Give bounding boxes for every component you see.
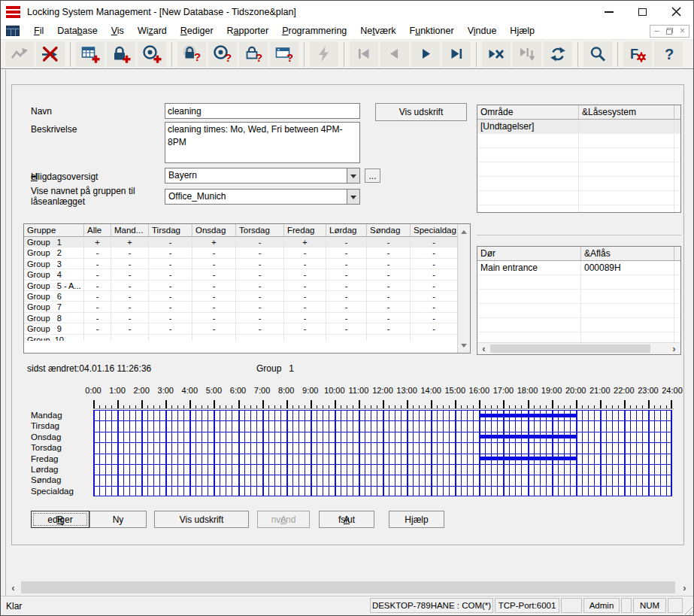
nav-apply-down-button[interactable] (513, 41, 541, 67)
table-row[interactable] (477, 304, 680, 318)
chevron-down-icon[interactable] (347, 190, 359, 204)
menu-item-rediger[interactable]: Rediger (174, 24, 220, 38)
menu-item-rapporter[interactable]: Rapporter (220, 24, 276, 38)
jump-arrow-button[interactable] (5, 41, 34, 67)
minimize-button[interactable] (592, 1, 626, 23)
group-table-scrollbar[interactable] (457, 224, 470, 353)
table-row[interactable]: Group 3--------- (24, 259, 470, 269)
new-timezone-plan-button[interactable] (76, 41, 105, 67)
column-header[interactable]: Alle (84, 224, 111, 236)
table-row[interactable]: [Undtagelser] (477, 120, 680, 134)
table-row[interactable] (477, 318, 680, 332)
chevron-down-icon[interactable] (347, 168, 359, 183)
hjlp-button[interactable]: Hjælp (389, 511, 444, 528)
column-header[interactable]: Gruppe (24, 224, 84, 236)
close-button[interactable] (659, 1, 693, 23)
table-row[interactable]: Group 10--------- (24, 335, 470, 341)
menu-item-fil[interactable]: Fil (27, 24, 50, 38)
column-header[interactable]: Specialdag (411, 224, 458, 236)
search-button[interactable] (583, 41, 612, 67)
horizontal-scrollbar[interactable]: ‹ › (7, 580, 691, 595)
table-row[interactable]: Group 2--------- (24, 247, 470, 258)
help-button[interactable]: ? (654, 41, 683, 67)
scroll-left-icon[interactable]: ‹ (7, 580, 20, 595)
table-row[interactable] (477, 134, 680, 148)
vis-udskrift-top-button[interactable]: Vis udskrift (375, 103, 467, 121)
new-lock-button[interactable] (107, 41, 135, 67)
maximize-button[interactable] (626, 1, 659, 23)
nav-last-button[interactable] (442, 41, 471, 67)
table-row[interactable] (477, 205, 680, 213)
beskrivelse-textarea[interactable]: cleaning times: Mo, Wed, Fri between 4PM… (165, 122, 360, 163)
scrollbar-thumb[interactable] (490, 344, 650, 353)
scroll-down-icon[interactable] (458, 341, 470, 353)
table-row[interactable] (477, 162, 680, 177)
timeline-grid[interactable] (93, 410, 672, 496)
nav-next-button[interactable] (411, 41, 440, 67)
table-row[interactable] (477, 290, 680, 304)
menu-item-database[interactable]: Database (50, 24, 105, 38)
table-row[interactable]: Main entrance000089H (477, 261, 680, 275)
navn-input[interactable] (165, 103, 360, 119)
table-row[interactable]: Group 7--------- (24, 302, 470, 312)
table-row[interactable]: Group 5 - A...--------- (24, 281, 470, 291)
column-header[interactable]: Område (477, 105, 579, 119)
read-lock-data-button[interactable]: ? (239, 41, 268, 67)
column-header[interactable]: Fredag (284, 224, 326, 236)
helligdagsoversigt-combobox[interactable]: Bayern (165, 168, 360, 184)
table-row[interactable] (477, 275, 680, 290)
door-table-scrollbar[interactable]: ‹ › (477, 342, 680, 354)
table-row[interactable]: Group 8--------- (24, 313, 470, 323)
program-dialog-button[interactable]: ? (270, 41, 299, 67)
column-header[interactable]: Søndag (367, 224, 411, 236)
browse-button[interactable]: ... (365, 168, 380, 183)
ruler-tick (117, 400, 119, 408)
refresh-button[interactable] (544, 41, 572, 67)
menu-item-programmering[interactable]: Programmering (275, 24, 353, 38)
visudskrift-button[interactable]: Vis udskrift (154, 511, 249, 528)
read-transponder-button[interactable]: ? (208, 41, 237, 67)
ny-button[interactable]: Ny (89, 511, 147, 528)
mdi-restore-button[interactable] (663, 26, 676, 37)
nav-cancel-button[interactable] (482, 41, 511, 67)
scroll-right-icon[interactable]: › (668, 343, 680, 354)
table-row[interactable] (477, 191, 680, 205)
vise-navnet-combobox[interactable]: Office_Munich (165, 189, 360, 205)
read-lock-button[interactable]: ? (177, 41, 206, 67)
column-header[interactable]: &Aflås (581, 247, 674, 260)
column-header[interactable]: Dør (477, 247, 581, 260)
table-row[interactable] (477, 148, 680, 162)
column-header[interactable]: Lørdag (326, 224, 367, 236)
column-header[interactable]: Tirsdag (149, 224, 192, 236)
menu-item-vindue[interactable]: Vindue (461, 24, 504, 38)
filter-settings-button[interactable]: F (623, 41, 652, 67)
menu-item-wizard[interactable]: Wizard (131, 24, 174, 38)
scrollbar-thumb[interactable] (21, 581, 675, 593)
afslut-button[interactable]: Afslut (319, 511, 374, 528)
mdi-close-button[interactable]: × (676, 26, 689, 37)
resize-grip[interactable] (683, 605, 692, 614)
flash-button[interactable] (310, 41, 338, 67)
nav-previous-button[interactable] (380, 41, 409, 67)
menu-item-funktioner[interactable]: Funktioner (403, 24, 461, 38)
table-row[interactable]: Group 6--------- (24, 291, 470, 302)
mdi-minimize-button[interactable]: – (650, 26, 663, 37)
table-row[interactable]: Group 4--------- (24, 269, 470, 280)
table-row[interactable]: Group 9--------- (24, 323, 470, 334)
rediger-button[interactable]: Rediger (31, 511, 89, 528)
nav-first-button[interactable] (350, 41, 378, 67)
column-header[interactable]: Mand... (111, 224, 149, 236)
menu-item-netvrk[interactable]: Netværk (353, 24, 402, 38)
menu-item-vis[interactable]: Vis (105, 24, 131, 38)
column-header[interactable]: &Låsesystem (579, 105, 674, 119)
menu-item-hjlp[interactable]: Hjælp (503, 24, 541, 38)
scroll-left-icon[interactable]: ‹ (477, 343, 490, 354)
column-header[interactable]: Torsdag (236, 224, 284, 236)
table-row[interactable] (477, 177, 680, 191)
scroll-up-icon[interactable] (458, 224, 470, 236)
disconnect-button[interactable] (36, 41, 65, 67)
new-transponder-button[interactable] (138, 41, 166, 67)
scroll-right-icon[interactable]: › (678, 580, 691, 595)
table-row[interactable]: Group 1++-+-+--- (24, 237, 470, 247)
column-header[interactable]: Onsdag (192, 224, 236, 236)
